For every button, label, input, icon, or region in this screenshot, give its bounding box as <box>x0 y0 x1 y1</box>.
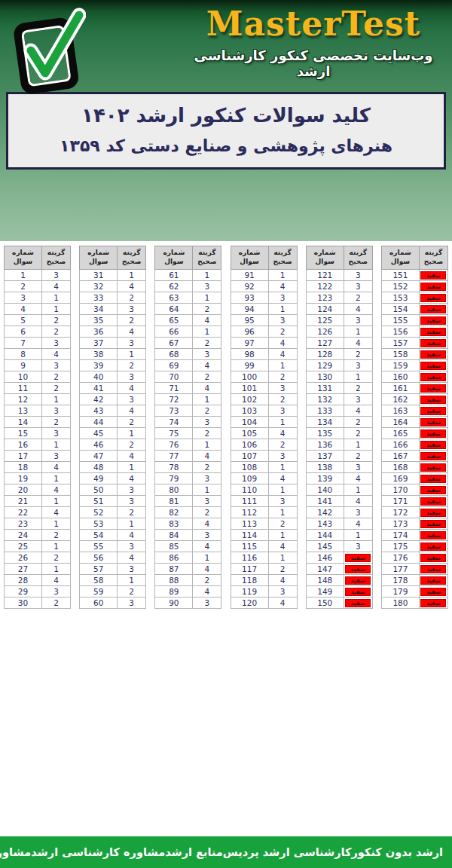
question-number-cell: 55 <box>80 541 118 552</box>
answer-cell: 2 <box>193 428 221 439</box>
question-number-cell: 48 <box>80 462 118 473</box>
blank-answer-badge: سفید <box>420 283 446 291</box>
question-number-cell: 120 <box>231 598 268 609</box>
footer-link[interactable]: مشاوره کارشناسی ارشد <box>31 846 165 858</box>
question-number-cell: 151 <box>381 270 419 281</box>
answer-row: 581 <box>80 575 146 586</box>
answer-cell: سفید <box>419 304 447 315</box>
blank-answer-badge: سفید <box>420 429 446 438</box>
question-number-cell: 2 <box>5 281 42 292</box>
footer-link[interactable]: ارشد بدون کنکور <box>352 846 443 858</box>
question-number-cell: 176 <box>381 552 419 564</box>
question-number-cell: 132 <box>306 394 344 405</box>
answer-cell: 4 <box>118 552 146 564</box>
answer-row: 231 <box>5 518 71 530</box>
answer-row: 262 <box>5 552 71 564</box>
answer-row: 142 <box>5 417 71 428</box>
question-number-cell: 107 <box>231 451 268 462</box>
answer-row: 204 <box>5 484 71 496</box>
answer-cell: 4 <box>193 360 221 371</box>
exam-subtitle: هنرهای پژوهشی و صنایع دستی کد ۱۳۵۹ <box>14 136 438 155</box>
question-number-cell: 110 <box>231 484 268 496</box>
question-number-cell: 171 <box>381 496 419 507</box>
question-number-cell: 85 <box>155 541 193 552</box>
blank-answer-badge: سفید <box>420 463 446 472</box>
answer-row: 149سفید <box>306 586 372 598</box>
footer-link[interactable]: کارشناسی ارشد پردیس <box>223 846 352 858</box>
question-number-cell: 3 <box>5 292 42 304</box>
answer-cell: 1 <box>42 518 71 530</box>
answer-cell: 2 <box>268 394 297 405</box>
site-logo[interactable] <box>9 0 86 95</box>
question-number-cell: 57 <box>80 564 118 575</box>
answer-row: 324 <box>80 281 146 292</box>
answer-row: 1232 <box>306 292 372 304</box>
footer-nav: ارشد بدون کنکورکارشناسی ارشد پردیسمنابع … <box>0 836 452 868</box>
answer-row: 364 <box>80 326 146 338</box>
question-number-cell: 53 <box>80 518 118 530</box>
question-number-cell: 4 <box>5 304 42 315</box>
question-number-cell: 136 <box>306 439 344 451</box>
footer-link[interactable]: مشاوره انتخاب رشته ارشد <box>0 846 31 858</box>
answer-cell: 1 <box>42 473 71 484</box>
brand-text-block: MasterTest وب‌سایت تخصصی کنکور کارشناسی … <box>178 6 449 79</box>
answer-cell: 3 <box>42 586 71 598</box>
question-number-cell: 147 <box>306 564 344 575</box>
question-number-cell: 143 <box>306 518 344 530</box>
blank-answer-badge: سفید <box>420 418 446 426</box>
question-number-cell: 15 <box>5 428 42 439</box>
answer-row: 654 <box>155 315 221 326</box>
question-number-cell: 40 <box>80 371 118 383</box>
answer-row: 13 <box>5 270 71 281</box>
answer-row: 513 <box>80 496 146 507</box>
question-number-cell: 168 <box>381 462 419 473</box>
answer-cell: 2 <box>118 586 146 598</box>
answer-row: 161 <box>5 439 71 451</box>
blank-answer-badge: سفید <box>420 509 446 517</box>
answer-cell: 3 <box>268 586 297 598</box>
question-number-cell: 112 <box>231 507 268 518</box>
answer-cell: سفید <box>419 338 447 349</box>
answer-cell: سفید <box>419 496 447 507</box>
answer-row: 1342 <box>306 417 372 428</box>
answer-cell: 2 <box>268 518 297 530</box>
answer-cell: سفید <box>344 598 372 609</box>
answer-row: 573 <box>80 564 146 575</box>
answer-cell: 3 <box>118 484 146 496</box>
answer-cell: سفید <box>419 371 447 383</box>
answer-cell: 4 <box>118 383 146 394</box>
header-row: شمارهسوالگزینهصحیح <box>231 246 297 270</box>
question-number-cell: 142 <box>306 507 344 518</box>
answer-cell: 4 <box>193 541 221 552</box>
answer-cell: سفید <box>419 405 447 417</box>
answer-row: 1441 <box>306 530 372 541</box>
answer-cell: 4 <box>193 451 221 462</box>
question-number-cell: 165 <box>381 428 419 439</box>
question-number-cell: 101 <box>231 383 268 394</box>
answer-row: 163سفید <box>381 405 447 417</box>
brand-title: MasterTest <box>178 6 449 42</box>
answer-cell: سفید <box>419 439 447 451</box>
question-number-cell: 66 <box>155 326 193 338</box>
question-number-cell: 130 <box>306 371 344 383</box>
answer-row: 121 <box>5 394 71 405</box>
answer-row: 242 <box>5 530 71 541</box>
blank-answer-badge: سفید <box>345 565 371 573</box>
answer-cell: 4 <box>344 338 372 349</box>
answer-row: 166سفید <box>381 439 447 451</box>
question-number-cell: 21 <box>5 496 42 507</box>
question-number-cell: 148 <box>306 575 344 586</box>
answer-row: 293 <box>5 586 71 598</box>
answer-cell: 4 <box>118 473 146 484</box>
answer-row: 592 <box>80 586 146 598</box>
question-number-cell: 93 <box>231 292 268 304</box>
question-number-cell: 49 <box>80 473 118 484</box>
answer-cell: سفید <box>419 360 447 371</box>
question-number-cell: 6 <box>5 326 42 338</box>
question-number-cell: 90 <box>155 598 193 609</box>
question-number-cell: 159 <box>381 360 419 371</box>
question-number-cell: 58 <box>80 575 118 586</box>
blank-answer-badge: سفید <box>420 271 446 280</box>
answer-cell: 2 <box>118 360 146 371</box>
footer-link[interactable]: منابع ارشد <box>165 846 223 858</box>
